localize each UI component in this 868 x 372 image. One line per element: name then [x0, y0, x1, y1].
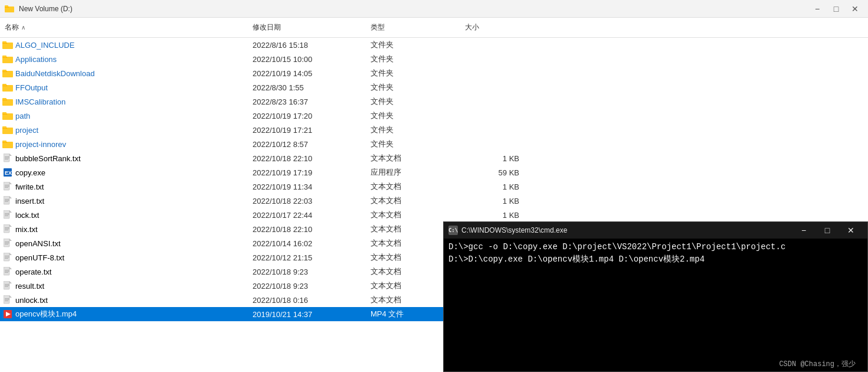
svg-rect-58 [5, 244, 8, 244]
file-modified: 2022/10/19 17:20 [248, 112, 366, 120]
svg-rect-61 [5, 256, 9, 256]
doc-icon [2, 239, 13, 248]
file-type: 文件夹 [366, 110, 460, 121]
svg-rect-36 [5, 185, 9, 185]
file-modified: 2022/10/18 9:23 [248, 267, 366, 276]
file-name-cell: lock.txt [0, 210, 248, 220]
svg-rect-76 [5, 298, 9, 299]
svg-rect-68 [5, 272, 8, 273]
file-name-cell: insert.txt [0, 196, 248, 205]
file-modified: 2022/10/12 8:57 [248, 140, 366, 149]
file-name-cell: project [0, 125, 248, 135]
col-modified[interactable]: 修改日期 [248, 20, 366, 35]
minimize-button[interactable]: − [809, 3, 826, 15]
file-name: result.txt [15, 282, 44, 291]
folder-icon [2, 111, 13, 120]
cmd-window: C:\ C:\WINDOWS\system32\cmd.exe − □ ✕ D:… [443, 221, 868, 372]
file-row[interactable]: BaiduNetdiskDownload 2022/10/19 14:05 文件… [0, 66, 868, 80]
file-type: 应用程序 [366, 167, 460, 178]
close-button[interactable]: ✕ [847, 3, 863, 15]
svg-rect-43 [5, 201, 8, 202]
file-type: 文本文档 [366, 210, 460, 220]
svg-rect-52 [5, 229, 9, 229]
file-name-cell: IMSCalibration [0, 97, 248, 106]
file-name: mix.txt [15, 225, 38, 234]
svg-rect-11 [2, 70, 6, 71]
file-name-cell: operate.txt [0, 267, 248, 276]
svg-rect-5 [2, 41, 6, 43]
file-modified: 2022/10/12 21:15 [248, 253, 366, 262]
file-modified: 2022/10/19 17:19 [248, 168, 366, 177]
file-name: path [15, 112, 30, 120]
svg-text:EXE: EXE [5, 170, 12, 176]
col-size[interactable]: 大小 [460, 20, 531, 35]
file-name: copy.exe [15, 168, 45, 177]
file-name: unlock.txt [15, 296, 48, 305]
file-row[interactable]: lock.txt 2022/10/17 22:44 文本文档 1 KB [0, 208, 868, 222]
svg-rect-71 [5, 284, 9, 285]
file-type: 文件夹 [366, 125, 460, 135]
file-row[interactable]: project 2022/10/19 17:21 文件夹 [0, 123, 868, 137]
svg-marker-60 [9, 253, 12, 255]
file-name: Applications [15, 55, 57, 64]
doc-icon [2, 224, 13, 234]
exe-icon: EXE [2, 168, 13, 177]
file-size: 1 KB [460, 154, 531, 163]
file-size: 59 KB [460, 168, 531, 177]
col-name[interactable]: 名称 ∧ [0, 20, 248, 35]
file-row[interactable]: insert.txt 2022/10/18 22:03 文本文档 1 KB [0, 194, 868, 208]
file-name-cell: unlock.txt [0, 295, 248, 305]
svg-rect-17 [2, 98, 6, 100]
file-name: bubbleSortRank.txt [15, 154, 81, 163]
file-row[interactable]: ALGO_INCLUDE 2022/8/16 15:18 文件夹 [0, 38, 868, 52]
svg-rect-29 [5, 156, 9, 157]
file-modified: 2022/10/18 0:16 [248, 296, 366, 305]
file-row[interactable]: EXE copy.exe 2022/10/19 17:19 应用程序 59 KB [0, 165, 868, 180]
svg-rect-78 [5, 301, 8, 301]
video-icon [2, 309, 13, 319]
svg-marker-40 [9, 196, 12, 198]
file-modified: 2022/10/18 22:03 [248, 197, 366, 205]
cmd-controls: − □ ✕ [792, 222, 863, 239]
maximize-button[interactable]: □ [828, 3, 844, 15]
folder-icon [2, 125, 13, 135]
file-size: 1 KB [460, 197, 531, 205]
file-name-cell: project-innorev [0, 139, 248, 149]
file-row[interactable]: path 2022/10/19 17:20 文件夹 [0, 109, 868, 123]
file-row[interactable]: project-innorev 2022/10/12 8:57 文件夹 [0, 137, 868, 151]
file-name-cell: fwrite.txt [0, 182, 248, 191]
svg-rect-63 [5, 258, 8, 259]
file-name: openUTF-8.txt [15, 253, 64, 262]
file-name-cell: openUTF-8.txt [0, 253, 248, 262]
explorer-icon [5, 4, 14, 14]
file-type: 文件夹 [366, 54, 460, 64]
doc-icon [2, 154, 13, 163]
file-modified: 2022/10/17 22:44 [248, 211, 366, 220]
svg-rect-26 [2, 141, 6, 142]
svg-marker-50 [9, 224, 12, 227]
svg-rect-57 [5, 243, 9, 243]
file-name: opencv模块1.mp4 [15, 309, 77, 319]
file-name-cell: BaiduNetdiskDownload [0, 68, 248, 78]
col-type[interactable]: 类型 [366, 20, 460, 35]
file-type: 文件夹 [366, 40, 460, 50]
file-name: ALGO_INCLUDE [15, 41, 74, 50]
svg-rect-20 [2, 112, 6, 114]
file-row[interactable]: IMSCalibration 2022/8/23 16:37 文件夹 [0, 94, 868, 109]
svg-rect-37 [5, 186, 9, 187]
file-row[interactable]: FFOutput 2022/8/30 1:55 文件夹 [0, 80, 868, 94]
file-name: lock.txt [15, 211, 39, 220]
file-type: 文件夹 [366, 82, 460, 93]
cmd-close-button[interactable]: ✕ [839, 222, 863, 239]
cmd-minimize-button[interactable]: − [792, 222, 815, 239]
window-controls: − □ ✕ [809, 3, 863, 15]
file-row[interactable]: fwrite.txt 2022/10/19 11:34 文本文档 1 KB [0, 180, 868, 194]
cmd-maximize-button[interactable]: □ [815, 222, 839, 239]
file-modified: 2022/8/16 15:18 [248, 41, 366, 50]
file-modified: 2022/10/19 14:05 [248, 69, 366, 78]
svg-rect-53 [5, 230, 8, 230]
svg-rect-62 [5, 257, 9, 257]
file-type: 文本文档 [366, 195, 460, 206]
file-row[interactable]: bubbleSortRank.txt 2022/10/18 22:10 文本文档… [0, 151, 868, 165]
file-row[interactable]: Applications 2022/10/15 10:00 文件夹 [0, 52, 868, 66]
